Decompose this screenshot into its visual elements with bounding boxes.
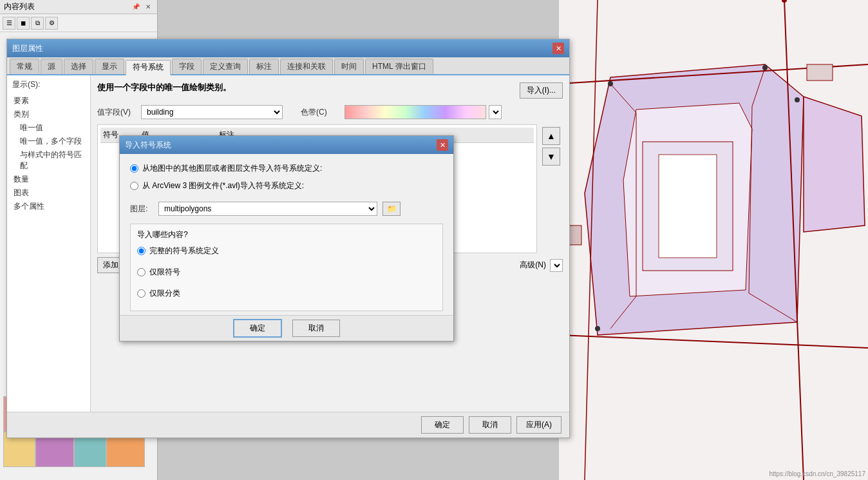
group-btn[interactable]: ⧉ (31, 17, 44, 30)
right-buttons: ▲ ▼ (540, 124, 563, 253)
svg-rect-4 (659, 155, 717, 258)
svg-marker-18 (804, 97, 865, 232)
tab-html-popup[interactable]: HTML 弹出窗口 (365, 59, 433, 74)
cancel-btn[interactable]: 取消 (469, 416, 511, 434)
svg-point-15 (595, 326, 600, 331)
import-content-section: 导入哪些内容? 完整的符号系统定义 仅限符号 仅限分类 (130, 224, 443, 311)
layer-properties-footer: 确定 取消 应用(A) (7, 412, 569, 437)
url-watermark: https://blog.csdn.cn/cn_39825117 (769, 470, 865, 477)
map-area (559, 0, 868, 480)
layer-properties-title: 图层属性 (12, 43, 43, 54)
adv-dropdown[interactable]: ▼ (550, 259, 563, 272)
import-dialog-footer: 确定 取消 (120, 315, 453, 341)
import-radio-group: 完整的符号系统定义 仅限符号 仅限分类 (137, 245, 436, 305)
import-symbol-dialog: 导入符号系统 ✕ 从地图中的其他图层或者图层文件导入符号系统定义: 从 ArcV… (119, 135, 454, 341)
field-row: 值字段(V) building 色带(C) ▼ (97, 105, 563, 119)
tab-symbology[interactable]: 符号系统 (126, 60, 171, 75)
sidebar-item-unique-multi[interactable]: 唯一值，多个字段 (10, 135, 88, 148)
sidebar-item-quantity[interactable]: 数量 (10, 173, 88, 186)
sidebar-item-categories[interactable]: 类别 (10, 108, 88, 121)
content-radio-full: 完整的符号系统定义 (137, 245, 436, 256)
move-up-btn[interactable]: ▲ (542, 127, 560, 145)
content-panel-title: 内容列表 (4, 1, 35, 12)
radio-row-2: 从 ArcView 3 图例文件(*.avl)导入符号系统定义: (130, 180, 443, 191)
svg-rect-9 (807, 64, 833, 81)
tab-display[interactable]: 显示 (95, 59, 124, 74)
tab-selection[interactable]: 选择 (64, 59, 93, 74)
sidebar-item-multiple-attr[interactable]: 多个属性 (10, 200, 88, 213)
content1-label: 完整的符号系统定义 (149, 245, 219, 256)
import-dialog-titlebar: 导入符号系统 ✕ (120, 136, 453, 154)
move-down-btn[interactable]: ▼ (542, 148, 560, 166)
sidebar-item-chart[interactable]: 图表 (10, 186, 88, 200)
color-band-label: 色带(C) (301, 107, 339, 118)
import-ok-btn[interactable]: 确定 (233, 319, 282, 338)
dialog-tabs: 常规 源 选择 显示 符号系统 字段 定义查询 标注 连接和关联 时间 HTML… (7, 57, 569, 75)
dialog-sidebar: 显示(S): 要素 类别 唯一值 唯一值，多个字段 与样式中的符号匹配 数量 图… (7, 75, 91, 412)
import-cancel-btn[interactable]: 取消 (292, 320, 340, 337)
layer-row: 图层: multipolygons 📁 (130, 202, 443, 216)
import-dialog-close-btn[interactable]: ✕ (437, 139, 448, 151)
radio-symbol-only[interactable] (137, 268, 146, 276)
content-panel-icons: 📌 ✕ (131, 2, 153, 12)
sidebar-item-features[interactable]: 要素 (10, 94, 88, 108)
pin-icon[interactable]: 📌 (131, 2, 141, 12)
content-radio-symbol-only: 仅限符号 (137, 267, 436, 278)
content-panel-toolbar: ☰ ◼ ⧉ ⚙ (0, 14, 157, 32)
tab-labels[interactable]: 标注 (249, 59, 279, 74)
folder-btn[interactable]: 📁 (382, 202, 401, 216)
tab-general[interactable]: 常规 (10, 59, 39, 74)
layer-properties-close-btn[interactable]: ✕ (552, 43, 564, 54)
value-field-label: 值字段(V) (97, 107, 136, 118)
content2-label: 仅限符号 (149, 267, 180, 278)
radio1-label: 从地图中的其他图层或者图层文件导入符号系统定义: (142, 163, 322, 174)
apply-btn[interactable]: 应用(A) (516, 416, 561, 434)
layer-row-label: 图层: (130, 204, 153, 215)
color-band-dropdown[interactable]: ▼ (489, 105, 502, 119)
options-btn[interactable]: ⚙ (45, 17, 58, 30)
radio-full-def[interactable] (137, 247, 146, 255)
content-panel-titlebar: 内容列表 📌 ✕ (0, 0, 157, 14)
radio-from-avl[interactable] (130, 182, 138, 190)
adv-options: 高级(N) ▼ (520, 257, 563, 273)
layer-properties-titlebar: 图层属性 ✕ (7, 39, 569, 57)
tab-source[interactable]: 源 (41, 59, 62, 74)
radio2-label: 从 ArcView 3 图例文件(*.avl)导入符号系统定义: (142, 180, 304, 191)
value-field-select[interactable]: building (141, 105, 283, 119)
list-view-btn[interactable]: ☰ (3, 17, 15, 30)
tab-time[interactable]: 时间 (334, 59, 364, 74)
close-panel-icon[interactable]: ✕ (143, 2, 153, 12)
tab-joins[interactable]: 连接和关联 (280, 59, 333, 74)
color-band-container: ▼ (344, 105, 502, 119)
sidebar-item-unique-values[interactable]: 唯一值 (10, 121, 88, 135)
import-content-title: 导入哪些内容? (137, 229, 436, 240)
sidebar-item-match-symbol[interactable]: 与样式中的符号匹配 (10, 148, 88, 173)
content3-label: 仅限分类 (149, 288, 180, 299)
import-dialog-title: 导入符号系统 (125, 140, 171, 151)
section-title: 使用一个字段中的唯一值绘制类别。 (97, 82, 231, 93)
map-svg (559, 0, 868, 480)
import-btn[interactable]: 导入(I)... (520, 82, 563, 99)
tab-fields[interactable]: 字段 (172, 59, 202, 74)
svg-point-14 (795, 97, 800, 102)
radio-from-layer[interactable] (130, 164, 138, 173)
radio-row-1: 从地图中的其他图层或者图层文件导入符号系统定义: (130, 163, 443, 174)
adv-label: 高级(N) (520, 260, 546, 271)
layer-select[interactable]: multipolygons (158, 202, 377, 216)
color-band[interactable] (344, 105, 486, 119)
tab-definition-query[interactable]: 定义查询 (203, 59, 248, 74)
import-dialog-body: 从地图中的其他图层或者图层文件导入符号系统定义: 从 ArcView 3 图例文… (120, 154, 453, 320)
display-label: 显示(S): (10, 78, 88, 91)
layer-btn[interactable]: ◼ (17, 17, 30, 30)
radio-class-only[interactable] (137, 289, 146, 298)
content-radio-class-only: 仅限分类 (137, 288, 436, 299)
ok-btn[interactable]: 确定 (421, 416, 464, 434)
